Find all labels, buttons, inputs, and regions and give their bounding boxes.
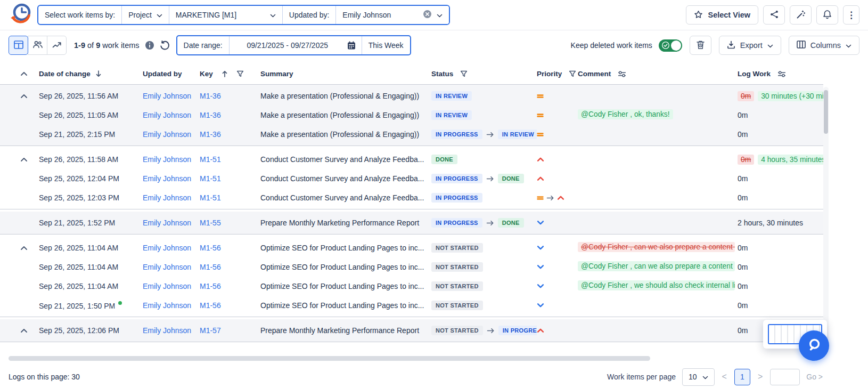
select-view-button[interactable]: Select View <box>686 5 758 25</box>
current-page-button[interactable]: 1 <box>734 369 750 385</box>
restore-deleted-button[interactable] <box>690 36 711 55</box>
go-to-page-button[interactable]: Go > <box>806 373 823 381</box>
work-item-key-link[interactable]: M1-56 <box>200 263 221 271</box>
updated-by-link[interactable]: Emily Johnson <box>143 326 191 335</box>
updated-by-link[interactable]: Emily Johnson <box>143 193 191 202</box>
next-page-button[interactable]: > <box>757 372 764 382</box>
toolbar: 1-9 of 9 work items Date range: This Wee… <box>0 30 868 60</box>
change-date: Sep 25, 2025, 12:06 PM <box>39 326 119 335</box>
horizontal-scrollbar-thumb[interactable] <box>9 356 650 361</box>
table-row: Sep 26, 2025, 11:04 AMEmily JohnsonM1-56… <box>0 238 823 257</box>
refresh-icon[interactable] <box>160 41 170 51</box>
work-item-key-link[interactable]: M1-36 <box>200 92 221 100</box>
filter-icon[interactable] <box>569 70 576 78</box>
updated-by-link[interactable]: Emily Johnson <box>143 111 191 119</box>
work-item-key-link[interactable]: M1-56 <box>200 244 221 252</box>
work-item-summary: Make a presentation (Professional & Enga… <box>260 130 419 139</box>
clear-selection-icon[interactable] <box>423 10 432 20</box>
prev-page-button[interactable]: < <box>721 372 728 382</box>
select-by-dropdown[interactable]: Project <box>122 6 169 24</box>
collapse-group-chevron-icon[interactable] <box>20 328 28 333</box>
vertical-scrollbar[interactable] <box>823 87 829 340</box>
updated-by-link[interactable]: Emily Johnson <box>143 92 191 100</box>
worklog-table: Date of change Updated by Key Summary St… <box>0 63 829 342</box>
sort-asc-icon[interactable] <box>222 70 228 78</box>
horizontal-scrollbar[interactable] <box>9 356 820 361</box>
share-button[interactable] <box>763 5 785 25</box>
chevron-down-icon <box>767 41 773 50</box>
table-row: Sep 26, 2025, 11:04 AMEmily JohnsonM1-56… <box>0 257 823 277</box>
updated-by-link[interactable]: Emily Johnson <box>143 263 191 271</box>
status-badge: IN PROGRESS <box>431 130 482 139</box>
keep-deleted-toggle[interactable] <box>659 39 682 52</box>
change-date: Sep 26, 2025, 11:04 AM <box>39 263 118 271</box>
collapse-group-chevron-icon[interactable] <box>20 157 28 162</box>
assistant-fab-button[interactable] <box>799 330 829 361</box>
priority-high-icon <box>537 328 544 333</box>
work-item-key-link[interactable]: M1-36 <box>200 130 221 139</box>
work-item-key-link[interactable]: M1-36 <box>200 111 221 119</box>
magic-wand-button[interactable] <box>790 5 812 25</box>
table-row: Sep 26, 2025, 11:56 AMEmily JohnsonM1-36… <box>0 86 823 106</box>
status-badge: NOT STARTED <box>431 243 483 253</box>
transition-arrow-icon <box>487 328 495 334</box>
updated-by-dropdown[interactable]: Emily Johnson <box>336 6 449 24</box>
updated-by-link[interactable]: Emily Johnson <box>143 244 191 252</box>
date-range-group: Date range: This Week <box>176 35 411 55</box>
check-icon <box>662 42 669 51</box>
work-item-key-link[interactable]: M1-51 <box>200 155 221 164</box>
chart-view-button[interactable] <box>47 36 67 55</box>
work-item-key-link[interactable]: M1-51 <box>200 193 221 202</box>
collapse-all-chevron-icon[interactable] <box>20 71 28 76</box>
updated-by-link[interactable]: Emily Johnson <box>143 301 191 310</box>
new-indicator-dot <box>118 301 122 305</box>
sort-desc-icon[interactable] <box>95 70 102 78</box>
table-row: Sep 21, 2025, 2:15 PMEmily JohnsonM1-36M… <box>0 125 823 144</box>
keep-deleted-label: Keep deleted work items <box>571 41 652 50</box>
page-jump-input[interactable] <box>770 369 800 385</box>
columns-button[interactable]: Columns <box>789 36 859 55</box>
info-icon[interactable] <box>145 41 154 50</box>
status-badge: DONE <box>498 174 524 183</box>
table-view-button[interactable] <box>9 36 28 55</box>
people-view-button[interactable] <box>28 36 47 55</box>
settings-sliders-icon[interactable] <box>618 70 626 78</box>
chevron-down-icon <box>270 11 276 19</box>
filter-icon[interactable] <box>236 70 244 78</box>
updated-by-link[interactable]: Emily Johnson <box>143 219 191 227</box>
change-date: Sep 26, 2025, 11:56 AM <box>39 92 118 100</box>
star-icon <box>694 10 703 20</box>
col-header-updated-by: Updated by <box>143 70 182 78</box>
more-options-button[interactable]: ⋮ <box>843 5 859 25</box>
chevron-down-icon <box>437 11 443 19</box>
updated-by-link[interactable]: Emily Johnson <box>143 130 191 139</box>
work-item-summary: Optimize SEO for Product Landing Pages t… <box>260 301 424 310</box>
magic-wand-icon <box>796 10 806 21</box>
updated-by-link[interactable]: Emily Johnson <box>143 155 191 164</box>
calendar-icon[interactable] <box>346 36 362 54</box>
priority-medium-icon <box>537 93 544 99</box>
work-item-key-link[interactable]: M1-56 <box>200 301 221 310</box>
table-body: Sep 26, 2025, 11:56 AMEmily JohnsonM1-36… <box>0 85 823 342</box>
settings-sliders-icon[interactable] <box>777 70 786 78</box>
work-item-key-link[interactable]: M1-51 <box>200 174 221 183</box>
collapse-group-chevron-icon[interactable] <box>20 246 28 250</box>
work-item-key-link[interactable]: M1-57 <box>200 326 221 335</box>
date-range-input[interactable] <box>230 36 346 54</box>
updated-by-link[interactable]: Emily Johnson <box>143 282 191 290</box>
app-logo <box>9 2 32 28</box>
work-item-key-link[interactable]: M1-56 <box>200 282 221 290</box>
work-items-filter-group: Select work items by: Project MARKETING … <box>37 5 450 25</box>
updated-by-link[interactable]: Emily Johnson <box>143 174 191 183</box>
priority-low-icon <box>537 303 544 308</box>
export-button[interactable]: Export <box>719 36 781 55</box>
work-item-group: Sep 26, 2025, 11:58 AMEmily JohnsonM1-51… <box>0 148 823 209</box>
date-preset-this-week[interactable]: This Week <box>362 36 410 54</box>
project-dropdown[interactable]: MARKETING [M1] <box>169 6 282 24</box>
filter-icon[interactable] <box>460 70 468 78</box>
collapse-group-chevron-icon[interactable] <box>20 94 28 99</box>
per-page-select[interactable]: 10 <box>682 368 715 386</box>
notifications-button[interactable] <box>816 5 838 25</box>
vertical-scrollbar-thumb[interactable] <box>824 90 828 134</box>
work-item-key-link[interactable]: M1-55 <box>200 219 221 227</box>
